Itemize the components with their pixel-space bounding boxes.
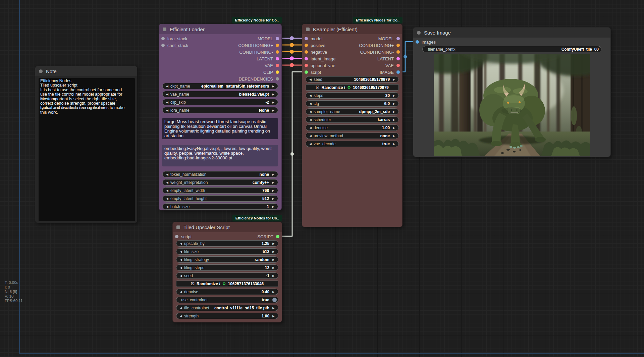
- widget-empty_latent_height[interactable]: ◀empty_latent_height512▶: [162, 195, 278, 202]
- collapse-box-icon[interactable]: [306, 28, 310, 31]
- output-port-vae[interactable]: [396, 64, 400, 67]
- widget-upscale_by[interactable]: ◀upscale_by1.25▶: [176, 240, 278, 247]
- next-value-arrow-icon[interactable]: ▶: [391, 126, 397, 130]
- node-efficient-loader[interactable]: Efficient Loader lora_stack MODEL cnet_s…: [159, 24, 282, 210]
- output-port-conditioning-minus[interactable]: [276, 50, 279, 54]
- next-value-arrow-icon[interactable]: ▶: [270, 314, 277, 318]
- next-value-arrow-icon[interactable]: ▶: [391, 102, 397, 105]
- widget-seed[interactable]: ◀seed-1▶: [176, 272, 278, 279]
- randomize-seed-button[interactable]: ⚄Randomize /♻1062571376133046: [176, 280, 278, 287]
- wire-cond-pos-middot[interactable]: [290, 43, 294, 47]
- next-value-arrow-icon[interactable]: ▶: [270, 242, 277, 245]
- next-value-arrow-icon[interactable]: ▶: [270, 181, 276, 184]
- prev-value-arrow-icon[interactable]: ◀: [164, 197, 170, 200]
- prev-value-arrow-icon[interactable]: ◀: [307, 94, 314, 97]
- widget-seed[interactable]: ◀seed1046036195170979▶: [306, 76, 399, 83]
- loader-node-header[interactable]: Efficient Loader: [159, 24, 281, 34]
- next-value-arrow-icon[interactable]: ▶: [270, 258, 277, 261]
- widget-steps[interactable]: ◀steps30▶: [306, 92, 399, 99]
- ksampler-node-header[interactable]: KSampler (Efficient): [302, 24, 402, 34]
- next-value-arrow-icon[interactable]: ▶: [270, 101, 276, 104]
- output-port-vae[interactable]: [276, 64, 279, 67]
- save-image-node-header[interactable]: Save Image: [413, 28, 610, 38]
- output-port-latent[interactable]: [396, 57, 400, 60]
- randomize-seed-button[interactable]: ⚄Randomize /♻1046036195170979: [306, 84, 399, 91]
- widget-lora_name[interactable]: ◀lora_nameNone▶: [162, 107, 278, 113]
- collapse-dot-icon[interactable]: [417, 31, 421, 35]
- prev-value-arrow-icon[interactable]: ◀: [164, 93, 170, 96]
- input-port-lora_stack[interactable]: [161, 37, 165, 40]
- output-port-image[interactable]: [396, 70, 400, 74]
- widget-ckpt_name[interactable]: ◀ckpt_nameepicrealism_naturalSin.safeten…: [162, 83, 278, 89]
- prev-value-arrow-icon[interactable]: ◀: [307, 78, 314, 81]
- prev-value-arrow-icon[interactable]: ◀: [178, 314, 184, 318]
- prev-value-arrow-icon[interactable]: ◀: [164, 173, 170, 176]
- collapse-box-icon[interactable]: [176, 225, 180, 229]
- prev-value-arrow-icon[interactable]: ◀: [164, 181, 170, 184]
- input-port-images[interactable]: [416, 40, 419, 44]
- node-note[interactable]: Note Efficiency Nodes Tiled upscaler scr…: [35, 66, 138, 223]
- prev-value-arrow-icon[interactable]: ◀: [164, 189, 170, 192]
- prev-value-arrow-icon[interactable]: ◀: [164, 205, 170, 208]
- node-tiled-upscaler-script[interactable]: Tiled Upscaler Script script SCRIPT ◀ups…: [172, 222, 282, 322]
- widget-tile_controlnet[interactable]: ◀tile_controlnetcontrol_v11f1e_sd15_tile…: [176, 305, 278, 311]
- input-port-optional_vae[interactable]: [305, 64, 308, 67]
- prev-value-arrow-icon[interactable]: ◀: [307, 142, 314, 146]
- next-value-arrow-icon[interactable]: ▶: [270, 205, 276, 208]
- input-port-script[interactable]: [175, 235, 178, 238]
- widget-denoise[interactable]: ◀denoise1.00▶: [306, 124, 399, 131]
- prev-value-arrow-icon[interactable]: ◀: [307, 134, 314, 138]
- input-port-latent_image[interactable]: [305, 57, 308, 60]
- widget-weight_interpretation[interactable]: ◀weight_interpretationcomfy++▶: [162, 179, 278, 186]
- widget-clip_skip[interactable]: ◀clip_skip-2▶: [162, 99, 278, 105]
- next-value-arrow-icon[interactable]: ▶: [270, 85, 276, 88]
- prev-value-arrow-icon[interactable]: ◀: [307, 126, 314, 130]
- positive-prompt-textarea[interactable]: Large Moss beast redwood forest landscap…: [162, 118, 278, 139]
- note-text-area[interactable]: Efficiency Nodes Tiled upscaler script I…: [39, 78, 135, 221]
- next-value-arrow-icon[interactable]: ▶: [270, 250, 277, 253]
- prev-value-arrow-icon[interactable]: ◀: [178, 258, 184, 261]
- prev-value-arrow-icon[interactable]: ◀: [178, 306, 184, 310]
- widget-vae_decode[interactable]: ◀vae_decodetrue▶: [306, 141, 399, 147]
- widget-preview_method[interactable]: ◀preview_methodnone▶: [306, 133, 399, 139]
- next-value-arrow-icon[interactable]: ▶: [270, 266, 277, 269]
- comfyui-canvas[interactable]: { "ui": { "left_arrow": "◀", "right_arro…: [0, 0, 644, 357]
- prev-value-arrow-icon[interactable]: ◀: [178, 290, 184, 294]
- widget-tile_size[interactable]: ◀tile_size512▶: [176, 248, 278, 255]
- next-value-arrow-icon[interactable]: ▶: [270, 109, 276, 112]
- next-value-arrow-icon[interactable]: ▶: [391, 118, 397, 121]
- widget-empty_latent_width[interactable]: ◀empty_latent_width768▶: [162, 187, 278, 194]
- input-port-cnet_stack[interactable]: [161, 44, 165, 47]
- prev-value-arrow-icon[interactable]: ◀: [178, 250, 184, 253]
- widget-denoise[interactable]: ◀denoise0.40▶: [176, 289, 278, 295]
- widget-sampler_name[interactable]: ◀sampler_namedpmpp_2m_sde▶: [306, 108, 399, 115]
- next-value-arrow-icon[interactable]: ▶: [270, 306, 277, 310]
- prev-value-arrow-icon[interactable]: ◀: [178, 266, 184, 269]
- wire-image-middot[interactable]: [404, 55, 407, 58]
- toggle-knob-icon[interactable]: [272, 298, 277, 302]
- output-port-clip[interactable]: [276, 70, 279, 74]
- next-value-arrow-icon[interactable]: ▶: [270, 173, 276, 176]
- input-port-negative[interactable]: [305, 50, 308, 54]
- prev-value-arrow-icon[interactable]: ◀: [178, 242, 184, 245]
- input-port-positive[interactable]: [305, 44, 308, 47]
- wire-latent-middot[interactable]: [290, 56, 294, 60]
- wire-cond-neg-middot[interactable]: [290, 50, 294, 54]
- output-port-conditioning-minus[interactable]: [396, 50, 400, 54]
- prev-value-arrow-icon[interactable]: ◀: [164, 85, 170, 88]
- output-port-conditioning-plus[interactable]: [276, 44, 279, 47]
- output-port-model[interactable]: [276, 37, 279, 40]
- next-value-arrow-icon[interactable]: ▶: [270, 197, 276, 200]
- widget-cfg[interactable]: ◀cfg6.0▶: [306, 100, 399, 107]
- widget-batch_size[interactable]: ◀batch_size1▶: [162, 203, 278, 210]
- widget-use_controlnet-toggle[interactable]: use_controlnettrue: [176, 297, 278, 303]
- wire-script-middot[interactable]: [290, 152, 294, 156]
- next-value-arrow-icon[interactable]: ▶: [391, 94, 397, 97]
- input-port-model[interactable]: [305, 37, 308, 40]
- wire-vae-middot[interactable]: [290, 63, 294, 67]
- widget-strength[interactable]: ◀strength1.00▶: [176, 313, 278, 319]
- widget-scheduler[interactable]: ◀schedulerkarras▶: [306, 116, 399, 123]
- next-value-arrow-icon[interactable]: ▶: [391, 134, 397, 138]
- next-value-arrow-icon[interactable]: ▶: [270, 290, 277, 294]
- output-port-conditioning-plus[interactable]: [396, 44, 400, 47]
